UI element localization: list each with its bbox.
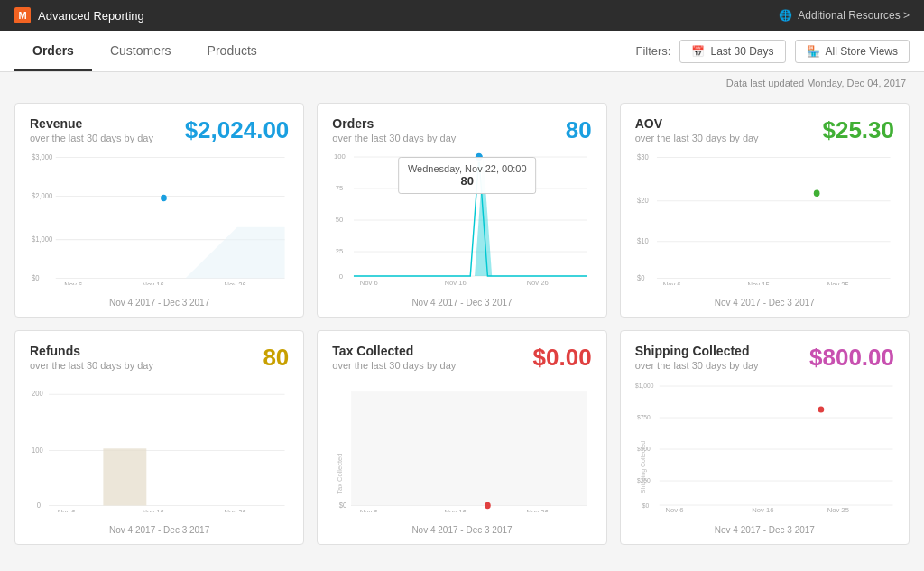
svg-text:25: 25 bbox=[336, 247, 344, 255]
svg-text:50: 50 bbox=[336, 216, 344, 224]
additional-resources-label: Additional Resources > bbox=[798, 9, 910, 22]
orders-title: Orders bbox=[332, 116, 456, 131]
orders-card: Orders over the last 30 days by day 80 1… bbox=[317, 103, 606, 318]
svg-text:Nov 26: Nov 26 bbox=[527, 509, 550, 512]
tax-subtitle: over the last 30 days by day bbox=[332, 360, 456, 371]
date-filter-label: Last 30 Days bbox=[710, 45, 773, 58]
svg-text:Tax Collected: Tax Collected bbox=[337, 454, 345, 494]
refunds-card-header: Refunds over the last 30 days by day 80 bbox=[30, 344, 289, 372]
svg-text:Nov 6: Nov 6 bbox=[662, 281, 680, 285]
refunds-subtitle: over the last 30 days by day bbox=[30, 360, 153, 371]
refunds-title: Refunds bbox=[30, 344, 153, 358]
svg-text:Nov 16: Nov 16 bbox=[445, 509, 467, 512]
orders-card-header: Orders over the last 30 days by day 80 bbox=[332, 116, 591, 144]
filters-label: Filters: bbox=[635, 44, 670, 58]
shipping-value: $800.00 bbox=[809, 344, 894, 372]
tab-products[interactable]: Products bbox=[189, 32, 275, 71]
svg-text:Shipping Collected: Shipping Collected bbox=[640, 441, 647, 493]
aov-card: AOV over the last 30 days by day $25.30 … bbox=[620, 103, 910, 318]
svg-text:Nov 26: Nov 26 bbox=[527, 279, 550, 285]
aov-subtitle: over the last 30 days by day bbox=[635, 133, 759, 143]
revenue-subtitle: over the last 30 days by day bbox=[30, 133, 153, 143]
svg-marker-8 bbox=[56, 227, 285, 279]
shipping-title: Shipping Collected bbox=[635, 344, 759, 358]
revenue-card-header: Revenue over the last 30 days by day $2,… bbox=[30, 116, 289, 144]
svg-text:100: 100 bbox=[32, 446, 43, 454]
calendar-icon: 📅 bbox=[691, 45, 705, 58]
orders-chart: 100 75 50 25 0 Nov 6 bbox=[332, 150, 591, 294]
aov-chart: $30 $20 $10 $0 Nov 6 Nov 15 Nov 25 bbox=[635, 150, 894, 294]
svg-text:Nov 16: Nov 16 bbox=[752, 506, 774, 512]
svg-text:0: 0 bbox=[37, 501, 42, 509]
svg-point-9 bbox=[161, 195, 167, 202]
svg-text:$1,000: $1,000 bbox=[32, 235, 53, 243]
svg-text:0: 0 bbox=[339, 272, 344, 281]
svg-point-37 bbox=[813, 189, 819, 197]
date-filter-button[interactable]: 📅 Last 30 Days bbox=[679, 40, 785, 63]
svg-text:Nov 15: Nov 15 bbox=[747, 281, 770, 285]
refunds-chart: 200 100 0 Nov 6 Nov 16 Nov 26 bbox=[30, 377, 289, 521]
svg-text:$3,000: $3,000 bbox=[32, 152, 53, 161]
aov-title: AOV bbox=[635, 116, 759, 131]
svg-text:$0: $0 bbox=[32, 273, 40, 281]
svg-text:Nov 16: Nov 16 bbox=[143, 509, 165, 512]
svg-text:$10: $10 bbox=[637, 237, 649, 245]
dashboard-grid: Revenue over the last 30 days by day $2,… bbox=[0, 94, 924, 559]
svg-rect-53 bbox=[351, 391, 587, 505]
store-filter-button[interactable]: 🏪 All Store Views bbox=[795, 40, 910, 63]
magento-logo: M bbox=[14, 7, 31, 23]
svg-text:$20: $20 bbox=[637, 197, 649, 205]
svg-text:100: 100 bbox=[334, 152, 346, 161]
globe-icon: 🌐 bbox=[779, 9, 792, 22]
tax-chart: $0 Tax Collected Nov 6 Nov 16 Nov 26 bbox=[332, 377, 591, 521]
refunds-card: Refunds over the last 30 days by day 80 … bbox=[14, 330, 304, 545]
tax-title: Tax Collected bbox=[332, 344, 456, 358]
orders-value: 80 bbox=[566, 116, 592, 144]
revenue-title: Revenue bbox=[30, 116, 153, 131]
svg-text:Nov 6: Nov 6 bbox=[58, 509, 76, 512]
svg-text:200: 200 bbox=[32, 390, 43, 398]
app-branding: M Advanced Reporting bbox=[14, 7, 144, 23]
svg-text:$0: $0 bbox=[642, 502, 649, 509]
svg-text:$30: $30 bbox=[637, 152, 649, 161]
app-title: Advanced Reporting bbox=[38, 9, 144, 23]
svg-text:Nov 6: Nov 6 bbox=[360, 279, 379, 285]
tax-date-range: Nov 4 2017 - Dec 3 2017 bbox=[332, 525, 591, 535]
svg-text:Nov 16: Nov 16 bbox=[143, 281, 165, 285]
svg-point-69 bbox=[818, 407, 824, 413]
top-bar: M Advanced Reporting 🌐 Additional Resour… bbox=[0, 0, 924, 31]
svg-text:Nov 26: Nov 26 bbox=[224, 509, 246, 512]
shipping-chart: $1,000 $750 $500 $250 $0 Shipping Collec… bbox=[635, 377, 894, 521]
nav-bar: Orders Customers Products Filters: 📅 Las… bbox=[0, 31, 924, 72]
revenue-chart: $3,000 $2,000 $1,000 $0 Nov 6 Nov 16 Nov… bbox=[30, 150, 289, 294]
orders-subtitle: over the last 30 days by day bbox=[332, 133, 456, 143]
tax-card: Tax Collected over the last 30 days by d… bbox=[317, 330, 606, 545]
nav-tabs: Orders Customers Products bbox=[14, 32, 275, 70]
svg-text:Nov 26: Nov 26 bbox=[224, 281, 246, 285]
revenue-value: $2,024.00 bbox=[185, 116, 290, 144]
refunds-value: 80 bbox=[263, 344, 289, 372]
svg-text:Nov 6: Nov 6 bbox=[64, 281, 82, 285]
shipping-card: Shipping Collected over the last 30 days… bbox=[620, 330, 910, 545]
aov-value: $25.30 bbox=[822, 116, 894, 144]
revenue-date-range: Nov 4 2017 - Dec 3 2017 bbox=[30, 298, 289, 308]
tab-orders[interactable]: Orders bbox=[14, 32, 92, 71]
store-icon: 🏪 bbox=[807, 45, 820, 58]
revenue-card: Revenue over the last 30 days by day $2,… bbox=[14, 103, 304, 318]
data-updated-text: Data last updated Monday, Dec 04, 2017 bbox=[726, 78, 906, 88]
additional-resources-link[interactable]: 🌐 Additional Resources > bbox=[779, 9, 910, 22]
svg-text:Nov 6: Nov 6 bbox=[665, 506, 684, 512]
filters-area: Filters: 📅 Last 30 Days 🏪 All Store View… bbox=[635, 40, 910, 63]
shipping-date-range: Nov 4 2017 - Dec 3 2017 bbox=[635, 525, 894, 535]
svg-text:75: 75 bbox=[336, 184, 344, 192]
tax-value: $0.00 bbox=[533, 344, 592, 372]
svg-text:Nov 25: Nov 25 bbox=[827, 281, 849, 285]
data-updated-info: Data last updated Monday, Dec 04, 2017 bbox=[0, 72, 924, 94]
tab-customers[interactable]: Customers bbox=[92, 32, 189, 71]
svg-text:$2,000: $2,000 bbox=[32, 191, 53, 199]
svg-text:$1,000: $1,000 bbox=[635, 382, 654, 389]
svg-point-55 bbox=[485, 502, 491, 510]
svg-text:Nov 25: Nov 25 bbox=[827, 506, 849, 512]
svg-text:$750: $750 bbox=[637, 414, 651, 420]
svg-text:$0: $0 bbox=[339, 501, 347, 509]
